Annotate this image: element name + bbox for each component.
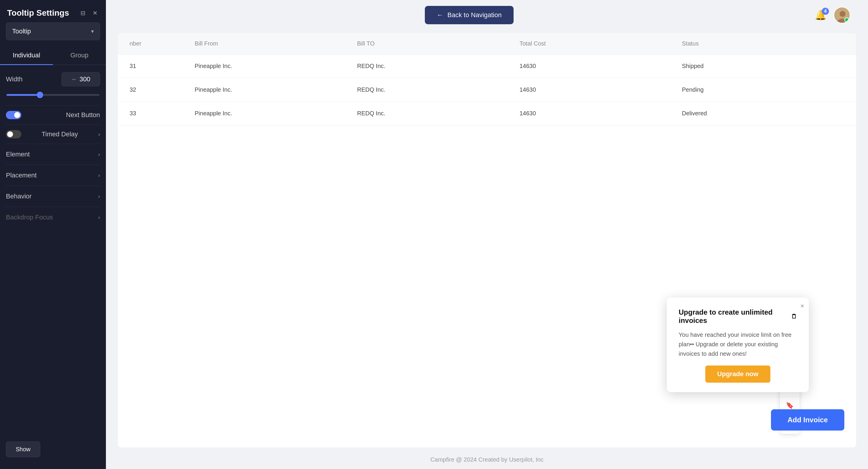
col-number: nber	[130, 40, 195, 47]
row1-status: Shipped	[682, 63, 844, 69]
top-bar: ← Back to Navigation 🔔 4	[106, 0, 868, 30]
row2-bill-from: Pineapple Inc.	[195, 86, 357, 93]
element-arrow-icon: ›	[98, 151, 100, 158]
popup-title: Upgrade to create unlimited invoices 🗒	[679, 308, 797, 325]
row3-bill-from: Pineapple Inc.	[195, 110, 357, 117]
row3-num: 33	[130, 110, 195, 117]
footer: Campfire @ 2024 Created by Userpilot, In…	[106, 450, 868, 469]
row1-num: 31	[130, 63, 195, 69]
panel-content: Width ↔ 300 Next Button Timed Delay ›	[0, 65, 106, 235]
col-total-cost: Total Cost	[520, 40, 682, 47]
col-status: Status	[682, 40, 844, 47]
width-label: Width	[6, 75, 23, 83]
row2-num: 32	[130, 86, 195, 93]
note-icon: 🗒	[791, 313, 797, 320]
table-row[interactable]: 31 Pineapple Inc. REDQ Inc. 14630 Shippe…	[118, 54, 856, 78]
behavior-label: Behavior	[6, 192, 32, 200]
row2-status: Pending	[682, 86, 844, 93]
row1-total-cost: 14630	[520, 63, 682, 69]
back-to-navigation-button[interactable]: ← Back to Navigation	[425, 6, 513, 24]
backdrop-focus-row[interactable]: Backdrop Focus ›	[6, 207, 100, 228]
element-label: Element	[6, 151, 30, 158]
row3-total-cost: 14630	[520, 110, 682, 117]
panel-title: Tooltip Settings	[7, 8, 69, 18]
dropdown-wrapper: Tooltip ▾	[0, 23, 106, 46]
toggle-thumb	[14, 112, 20, 118]
user-avatar[interactable]	[834, 7, 850, 23]
next-button-row: Next Button	[6, 105, 100, 125]
upgrade-now-button[interactable]: Upgrade now	[705, 366, 770, 383]
tabs-row: Individual Group	[0, 46, 106, 65]
popup-close-button[interactable]: ×	[800, 302, 804, 310]
tab-individual[interactable]: Individual	[0, 46, 53, 64]
backdrop-arrow-icon: ›	[98, 214, 100, 221]
panel-header: Tooltip Settings ⊟ ✕	[0, 0, 106, 23]
table-row[interactable]: 32 Pineapple Inc. REDQ Inc. 14630 Pendin…	[118, 78, 856, 102]
show-button[interactable]: Show	[6, 441, 40, 457]
row1-bill-to: REDQ Inc.	[357, 63, 520, 69]
timed-delay-toggle[interactable]	[6, 130, 21, 138]
avatar-image	[834, 7, 850, 23]
main-area: ← Back to Navigation 🔔 4 nber Bill From …	[106, 0, 868, 469]
behavior-row[interactable]: Behavior ›	[6, 186, 100, 207]
row3-bill-to: REDQ Inc.	[357, 110, 520, 117]
width-input[interactable]: ↔ 300	[62, 72, 100, 86]
back-arrow-icon: ←	[437, 11, 443, 19]
table-row[interactable]: 33 Pineapple Inc. REDQ Inc. 14630 Delive…	[118, 102, 856, 125]
left-panel: Tooltip Settings ⊟ ✕ Tooltip ▾ Individua…	[0, 0, 106, 469]
row2-total-cost: 14630	[520, 86, 682, 93]
toggle-thumb-delay	[7, 131, 13, 137]
col-bill-to: Bill TO	[357, 40, 520, 47]
chevron-down-icon: ▾	[91, 28, 94, 35]
minimize-button[interactable]: ⊟	[79, 8, 87, 18]
next-button-toggle[interactable]	[6, 111, 21, 119]
resize-icon: ↔	[71, 76, 76, 83]
placement-row[interactable]: Placement ›	[6, 165, 100, 186]
table-header: nber Bill From Bill TO Total Cost Status	[118, 33, 856, 54]
dropdown-value: Tooltip	[12, 28, 31, 35]
tooltip-type-dropdown[interactable]: Tooltip ▾	[6, 23, 100, 40]
slider-wrapper	[6, 92, 100, 97]
col-bill-from: Bill From	[195, 40, 357, 47]
top-right: 🔔 4	[815, 7, 850, 23]
behavior-arrow-icon: ›	[98, 193, 100, 199]
add-invoice-button[interactable]: Add Invoice	[771, 409, 844, 431]
upgrade-popup: × Upgrade to create unlimited invoices 🗒…	[667, 298, 809, 392]
row3-status: Delivered	[682, 110, 844, 117]
row1-bill-from: Pineapple Inc.	[195, 63, 357, 69]
row2-bill-to: REDQ Inc.	[357, 86, 520, 93]
svg-point-1	[840, 11, 845, 17]
width-value: 300	[80, 75, 91, 83]
timed-delay-arrow: ›	[98, 131, 100, 137]
placement-arrow-icon: ›	[98, 173, 100, 179]
next-button-label: Next Button	[66, 111, 100, 119]
tab-group[interactable]: Group	[53, 46, 106, 64]
width-row: Width ↔ 300	[6, 72, 100, 86]
popup-body: You have reached your invoice limit on f…	[679, 330, 797, 358]
notification-bell[interactable]: 🔔 4	[815, 9, 827, 21]
notification-badge: 4	[822, 8, 829, 15]
header-icons: ⊟ ✕	[79, 8, 99, 18]
close-panel-button[interactable]: ✕	[91, 8, 99, 18]
placement-label: Placement	[6, 171, 37, 179]
timed-delay-label: Timed Delay	[42, 130, 78, 138]
backdrop-focus-label: Backdrop Focus	[6, 214, 53, 221]
width-slider[interactable]	[6, 94, 99, 96]
timed-delay-row: Timed Delay ›	[6, 125, 100, 144]
element-row[interactable]: Element ›	[6, 144, 100, 165]
